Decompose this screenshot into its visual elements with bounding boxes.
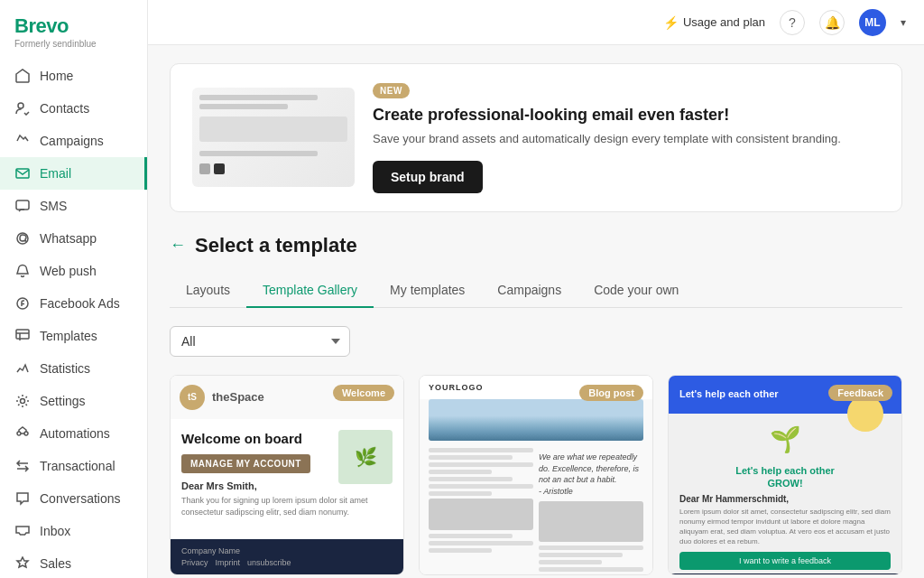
templates-grid: tS theSpace 🌿 Welcome on board MANAGE MY… [170, 375, 902, 575]
promo-title: Create professional-looking email even f… [373, 106, 841, 125]
welcome-logo-text: theSpace [212, 390, 264, 404]
svg-rect-5 [16, 330, 29, 339]
svg-point-6 [21, 399, 25, 404]
feedback-dear: Dear Mr Hammerschmidt, [679, 494, 891, 504]
main-content: NEW Create professional-looking email ev… [148, 45, 924, 578]
footer-company: Company Name [181, 546, 393, 555]
welcome-logo: tS [180, 385, 205, 410]
sidebar-item-conversations-label: Conversations [40, 491, 121, 506]
svg-rect-1 [16, 169, 29, 178]
blog-badge: Blog post [579, 385, 643, 401]
sidebar-item-inbox[interactable]: Inbox [0, 515, 147, 547]
avatar[interactable]: ML [859, 9, 886, 36]
feedback-title: Let's help each other [669, 465, 901, 476]
welcome-card-body: 🌿 Welcome on board MANAGE MY ACCOUNT Dea… [171, 419, 403, 539]
grow-plant-icon: 🌱 [770, 421, 801, 458]
inbox-icon [14, 523, 31, 539]
campaigns-icon [14, 133, 31, 149]
settings-icon [14, 393, 31, 409]
logo: Brevo Formerly sendinblue [0, 0, 147, 60]
feedback-badge: Feedback [828, 385, 892, 401]
conversations-icon [14, 490, 31, 507]
sidebar-item-settings-label: Settings [40, 394, 86, 408]
sidebar-item-inbox-label: Inbox [40, 524, 70, 538]
home-icon [14, 68, 31, 84]
sidebar-item-whatsapp-label: Whatsapp [40, 231, 97, 246]
templates-icon [14, 328, 31, 344]
svg-point-0 [18, 103, 23, 108]
transactional-icon [14, 458, 31, 474]
blog-preview: YOURLOGO [420, 376, 652, 574]
sidebar-item-sales-label: Sales [40, 556, 71, 571]
sidebar-item-transactional[interactable]: Transactional [0, 450, 147, 482]
tab-layouts[interactable]: Layouts [170, 274, 246, 308]
promo-description: Save your brand assets and automatically… [373, 130, 841, 148]
template-card-feedback[interactable]: Let's help each other 🌱 Let's help each … [668, 375, 902, 575]
sidebar-item-email[interactable]: Email [0, 157, 147, 190]
template-card-welcome[interactable]: tS theSpace 🌿 Welcome on board MANAGE MY… [170, 375, 404, 575]
blog-quote: We are what we repeatedly do. Excellence… [539, 452, 643, 497]
welcome-footer: Company Name Privacy Imprint unsubscribe [171, 539, 403, 574]
sidebar-item-conversations[interactable]: Conversations [0, 482, 147, 515]
feedback-grow-text: GROW! [669, 478, 901, 489]
whatsapp-icon [14, 230, 31, 247]
setup-brand-button[interactable]: Setup brand [373, 161, 483, 193]
sidebar-item-home[interactable]: Home [0, 60, 147, 92]
sidebar-item-campaigns[interactable]: Campaigns [0, 125, 147, 157]
plant-icon: 🌿 [338, 430, 393, 484]
blog-logo: YOURLOGO [429, 383, 484, 392]
sidebar-item-sms[interactable]: SMS [0, 190, 147, 222]
category-filter[interactable]: All Welcome Promotional Newsletter Trans… [170, 326, 350, 357]
help-button[interactable]: ? [780, 10, 805, 35]
tab-my-templates[interactable]: My templates [374, 274, 481, 308]
contacts-icon [14, 100, 31, 117]
filter-row: All Welcome Promotional Newsletter Trans… [170, 326, 902, 357]
sidebar-item-settings[interactable]: Settings [0, 385, 147, 417]
statistics-icon [14, 360, 31, 377]
sidebar-item-sales[interactable]: Sales [0, 547, 147, 578]
svg-rect-2 [16, 200, 29, 210]
email-icon [14, 165, 31, 182]
feedback-body-text: Lorem ipsum dolor sit amet, consectetur … [679, 507, 891, 547]
brand-sub: Formerly sendinblue [14, 39, 133, 49]
facebook-icon [14, 295, 31, 312]
svg-point-7 [17, 432, 21, 435]
web-push-icon [14, 263, 31, 279]
sidebar-item-facebook-ads-label: Facebook Ads [40, 296, 120, 311]
promo-text: NEW Create professional-looking email ev… [373, 82, 841, 193]
feedback-action-button: I want to write a feedback [679, 552, 891, 570]
footer-privacy: Privacy [181, 558, 208, 567]
manage-account-button: MANAGE MY ACCOUNT [181, 454, 310, 473]
sidebar-item-statistics-label: Statistics [40, 361, 90, 376]
sidebar-item-whatsapp[interactable]: Whatsapp [0, 222, 147, 255]
sidebar-item-automations[interactable]: Automations [0, 417, 147, 450]
automations-icon [14, 425, 31, 442]
notifications-button[interactable]: 🔔 [819, 10, 845, 35]
promo-banner: NEW Create professional-looking email ev… [170, 63, 902, 212]
sidebar-item-web-push[interactable]: Web push [0, 255, 147, 287]
feedback-preview: Let's help each other 🌱 Let's help each … [669, 376, 901, 574]
sms-icon [14, 198, 31, 214]
usage-and-plan-button[interactable]: ⚡ Usage and plan [663, 15, 765, 30]
sidebar-item-facebook-ads[interactable]: Facebook Ads [0, 287, 147, 320]
sidebar-item-sms-label: SMS [40, 199, 67, 213]
tab-template-gallery[interactable]: Template Gallery [246, 274, 374, 308]
promo-preview [192, 88, 355, 187]
chevron-down-icon[interactable]: ▾ [901, 16, 906, 29]
sidebar: Brevo Formerly sendinblue Home Contacts … [0, 0, 148, 578]
blog-col-right: We are what we repeatedly do. Excellence… [539, 448, 643, 573]
feedback-body: Dear Mr Hammerschmidt, Lorem ipsum dolor… [669, 494, 901, 571]
tab-code-your-own[interactable]: Code your own [578, 274, 695, 308]
tab-campaigns[interactable]: Campaigns [481, 274, 578, 308]
back-button[interactable]: ← [170, 236, 186, 255]
sidebar-item-home-label: Home [40, 69, 73, 83]
sidebar-item-statistics[interactable]: Statistics [0, 352, 147, 385]
sidebar-item-contacts[interactable]: Contacts [0, 92, 147, 125]
template-card-blog[interactable]: YOURLOGO [419, 375, 653, 575]
sidebar-item-templates[interactable]: Templates [0, 320, 147, 352]
blog-hero-image [429, 399, 643, 442]
sidebar-item-transactional-label: Transactional [40, 459, 116, 473]
blog-small-image [429, 499, 533, 530]
footer-unsubscribe: unsubscribe [247, 558, 291, 567]
footer-links: Privacy Imprint unsubscribe [181, 558, 393, 567]
